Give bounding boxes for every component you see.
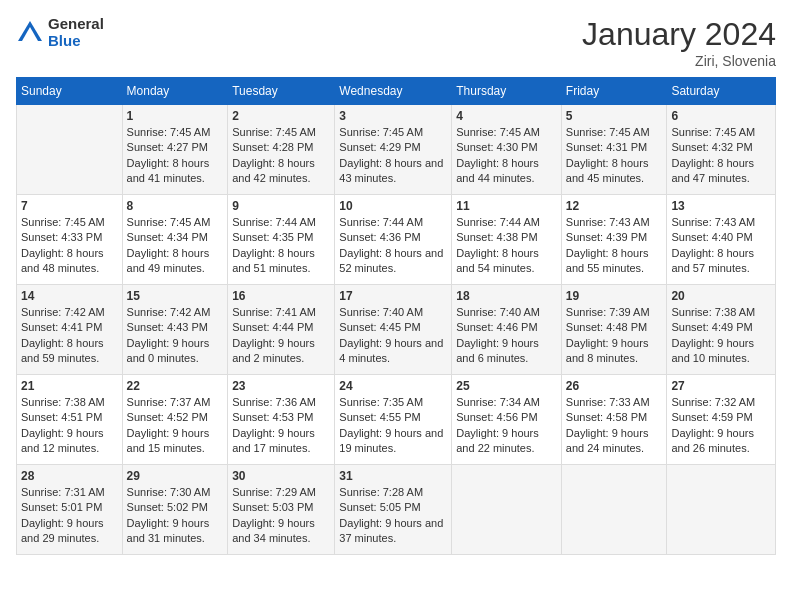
day-info: Sunrise: 7:44 AM Sunset: 4:38 PM Dayligh… (456, 215, 557, 277)
week-row-5: 28Sunrise: 7:31 AM Sunset: 5:01 PM Dayli… (17, 465, 776, 555)
page-header: General Blue January 2024 Ziri, Slovenia (16, 16, 776, 69)
col-friday: Friday (561, 78, 667, 105)
day-number: 20 (671, 289, 771, 303)
col-wednesday: Wednesday (335, 78, 452, 105)
day-number: 11 (456, 199, 557, 213)
day-info: Sunrise: 7:42 AM Sunset: 4:43 PM Dayligh… (127, 305, 224, 367)
day-info: Sunrise: 7:45 AM Sunset: 4:34 PM Dayligh… (127, 215, 224, 277)
calendar-cell: 13Sunrise: 7:43 AM Sunset: 4:40 PM Dayli… (667, 195, 776, 285)
calendar-cell: 16Sunrise: 7:41 AM Sunset: 4:44 PM Dayli… (228, 285, 335, 375)
calendar-cell: 28Sunrise: 7:31 AM Sunset: 5:01 PM Dayli… (17, 465, 123, 555)
day-number: 17 (339, 289, 447, 303)
calendar-cell: 31Sunrise: 7:28 AM Sunset: 5:05 PM Dayli… (335, 465, 452, 555)
day-info: Sunrise: 7:45 AM Sunset: 4:33 PM Dayligh… (21, 215, 118, 277)
day-number: 31 (339, 469, 447, 483)
calendar-cell: 4Sunrise: 7:45 AM Sunset: 4:30 PM Daylig… (452, 105, 562, 195)
day-info: Sunrise: 7:37 AM Sunset: 4:52 PM Dayligh… (127, 395, 224, 457)
day-info: Sunrise: 7:45 AM Sunset: 4:27 PM Dayligh… (127, 125, 224, 187)
day-number: 1 (127, 109, 224, 123)
day-info: Sunrise: 7:29 AM Sunset: 5:03 PM Dayligh… (232, 485, 330, 547)
calendar-cell: 6Sunrise: 7:45 AM Sunset: 4:32 PM Daylig… (667, 105, 776, 195)
logo-blue: Blue (48, 33, 104, 50)
day-number: 8 (127, 199, 224, 213)
calendar-cell: 17Sunrise: 7:40 AM Sunset: 4:45 PM Dayli… (335, 285, 452, 375)
day-number: 29 (127, 469, 224, 483)
day-number: 21 (21, 379, 118, 393)
day-info: Sunrise: 7:36 AM Sunset: 4:53 PM Dayligh… (232, 395, 330, 457)
day-info: Sunrise: 7:43 AM Sunset: 4:40 PM Dayligh… (671, 215, 771, 277)
calendar-cell: 29Sunrise: 7:30 AM Sunset: 5:02 PM Dayli… (122, 465, 228, 555)
calendar-cell: 19Sunrise: 7:39 AM Sunset: 4:48 PM Dayli… (561, 285, 667, 375)
calendar-cell: 15Sunrise: 7:42 AM Sunset: 4:43 PM Dayli… (122, 285, 228, 375)
calendar-cell: 5Sunrise: 7:45 AM Sunset: 4:31 PM Daylig… (561, 105, 667, 195)
day-number: 3 (339, 109, 447, 123)
calendar-cell: 20Sunrise: 7:38 AM Sunset: 4:49 PM Dayli… (667, 285, 776, 375)
calendar-cell: 10Sunrise: 7:44 AM Sunset: 4:36 PM Dayli… (335, 195, 452, 285)
calendar-cell (667, 465, 776, 555)
week-row-1: 1Sunrise: 7:45 AM Sunset: 4:27 PM Daylig… (17, 105, 776, 195)
calendar-body: 1Sunrise: 7:45 AM Sunset: 4:27 PM Daylig… (17, 105, 776, 555)
logo: General Blue (16, 16, 104, 49)
calendar-cell: 26Sunrise: 7:33 AM Sunset: 4:58 PM Dayli… (561, 375, 667, 465)
title-area: January 2024 Ziri, Slovenia (582, 16, 776, 69)
day-info: Sunrise: 7:44 AM Sunset: 4:36 PM Dayligh… (339, 215, 447, 277)
day-number: 10 (339, 199, 447, 213)
day-info: Sunrise: 7:30 AM Sunset: 5:02 PM Dayligh… (127, 485, 224, 547)
day-number: 13 (671, 199, 771, 213)
logo-text: General Blue (48, 16, 104, 49)
day-info: Sunrise: 7:32 AM Sunset: 4:59 PM Dayligh… (671, 395, 771, 457)
calendar-cell: 12Sunrise: 7:43 AM Sunset: 4:39 PM Dayli… (561, 195, 667, 285)
calendar-cell: 2Sunrise: 7:45 AM Sunset: 4:28 PM Daylig… (228, 105, 335, 195)
col-saturday: Saturday (667, 78, 776, 105)
day-info: Sunrise: 7:45 AM Sunset: 4:32 PM Dayligh… (671, 125, 771, 187)
day-info: Sunrise: 7:35 AM Sunset: 4:55 PM Dayligh… (339, 395, 447, 457)
calendar-cell: 7Sunrise: 7:45 AM Sunset: 4:33 PM Daylig… (17, 195, 123, 285)
day-info: Sunrise: 7:33 AM Sunset: 4:58 PM Dayligh… (566, 395, 663, 457)
day-info: Sunrise: 7:45 AM Sunset: 4:31 PM Dayligh… (566, 125, 663, 187)
calendar-cell: 14Sunrise: 7:42 AM Sunset: 4:41 PM Dayli… (17, 285, 123, 375)
day-number: 12 (566, 199, 663, 213)
day-info: Sunrise: 7:41 AM Sunset: 4:44 PM Dayligh… (232, 305, 330, 367)
day-number: 22 (127, 379, 224, 393)
day-info: Sunrise: 7:38 AM Sunset: 4:49 PM Dayligh… (671, 305, 771, 367)
week-row-2: 7Sunrise: 7:45 AM Sunset: 4:33 PM Daylig… (17, 195, 776, 285)
calendar-cell: 3Sunrise: 7:45 AM Sunset: 4:29 PM Daylig… (335, 105, 452, 195)
day-info: Sunrise: 7:31 AM Sunset: 5:01 PM Dayligh… (21, 485, 118, 547)
logo-general: General (48, 16, 104, 33)
day-number: 19 (566, 289, 663, 303)
calendar-table: Sunday Monday Tuesday Wednesday Thursday… (16, 77, 776, 555)
day-number: 28 (21, 469, 118, 483)
week-row-4: 21Sunrise: 7:38 AM Sunset: 4:51 PM Dayli… (17, 375, 776, 465)
day-number: 6 (671, 109, 771, 123)
day-info: Sunrise: 7:42 AM Sunset: 4:41 PM Dayligh… (21, 305, 118, 367)
day-info: Sunrise: 7:40 AM Sunset: 4:46 PM Dayligh… (456, 305, 557, 367)
day-info: Sunrise: 7:45 AM Sunset: 4:30 PM Dayligh… (456, 125, 557, 187)
calendar-cell: 8Sunrise: 7:45 AM Sunset: 4:34 PM Daylig… (122, 195, 228, 285)
day-info: Sunrise: 7:44 AM Sunset: 4:35 PM Dayligh… (232, 215, 330, 277)
col-tuesday: Tuesday (228, 78, 335, 105)
day-number: 9 (232, 199, 330, 213)
calendar-cell: 1Sunrise: 7:45 AM Sunset: 4:27 PM Daylig… (122, 105, 228, 195)
calendar-cell: 22Sunrise: 7:37 AM Sunset: 4:52 PM Dayli… (122, 375, 228, 465)
day-number: 23 (232, 379, 330, 393)
calendar-cell (452, 465, 562, 555)
calendar-cell (17, 105, 123, 195)
day-number: 25 (456, 379, 557, 393)
logo-icon (16, 19, 44, 47)
calendar-cell: 18Sunrise: 7:40 AM Sunset: 4:46 PM Dayli… (452, 285, 562, 375)
day-number: 30 (232, 469, 330, 483)
day-number: 4 (456, 109, 557, 123)
day-number: 26 (566, 379, 663, 393)
calendar-cell: 27Sunrise: 7:32 AM Sunset: 4:59 PM Dayli… (667, 375, 776, 465)
day-info: Sunrise: 7:45 AM Sunset: 4:28 PM Dayligh… (232, 125, 330, 187)
calendar-cell: 23Sunrise: 7:36 AM Sunset: 4:53 PM Dayli… (228, 375, 335, 465)
day-info: Sunrise: 7:28 AM Sunset: 5:05 PM Dayligh… (339, 485, 447, 547)
day-number: 18 (456, 289, 557, 303)
col-sunday: Sunday (17, 78, 123, 105)
week-row-3: 14Sunrise: 7:42 AM Sunset: 4:41 PM Dayli… (17, 285, 776, 375)
day-info: Sunrise: 7:39 AM Sunset: 4:48 PM Dayligh… (566, 305, 663, 367)
day-number: 7 (21, 199, 118, 213)
day-info: Sunrise: 7:38 AM Sunset: 4:51 PM Dayligh… (21, 395, 118, 457)
day-number: 14 (21, 289, 118, 303)
calendar-cell (561, 465, 667, 555)
